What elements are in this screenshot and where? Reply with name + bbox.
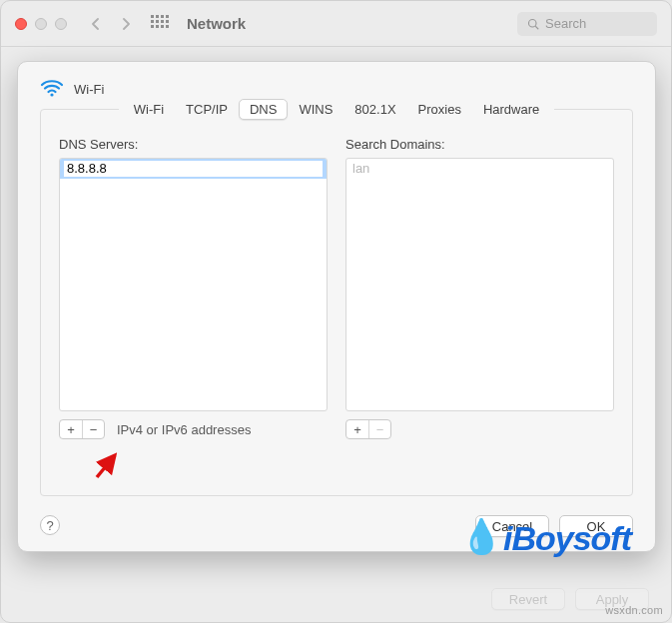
tab-tcpip[interactable]: TCP/IP [175,99,239,120]
dns-remove-button[interactable]: − [82,420,104,438]
svg-point-2 [50,93,53,96]
search-field[interactable]: Search [517,12,657,36]
network-advanced-sheet: Wi-Fi Wi-Fi TCP/IP DNS WINS 802.1X Proxi… [17,61,656,552]
dns-footer-hint: IPv4 or IPv6 addresses [117,422,251,437]
window-controls [15,18,67,30]
tab-proxies[interactable]: Proxies [407,99,472,120]
tab-bar: Wi-Fi TCP/IP DNS WINS 802.1X Proxies Har… [119,99,555,120]
tab-wins[interactable]: WINS [288,99,343,120]
search-domain-row[interactable]: lan [346,159,613,179]
dns-server-input[interactable] [64,161,323,177]
minimize-window-button[interactable] [35,18,47,30]
help-button[interactable]: ? [40,515,60,535]
search-domains-label: Search Domains: [345,137,614,152]
search-icon [527,18,539,30]
sheet-title: Wi-Fi [74,82,104,97]
dns-servers-list[interactable] [59,158,328,411]
system-preferences-window: Network Search Wi-Fi Wi-Fi TCP/IP DNS WI… [0,0,672,623]
source-label: wsxdn.com [605,604,663,616]
tab-8021x[interactable]: 802.1X [343,99,406,120]
dns-add-button[interactable]: + [60,420,82,438]
dns-servers-label: DNS Servers: [59,137,328,152]
dns-add-remove-group: + − [59,419,105,439]
svg-line-3 [97,455,115,477]
search-domains-list[interactable]: lan [345,158,614,411]
domains-remove-button[interactable]: − [368,420,390,438]
domains-add-remove-group: + − [345,419,391,439]
tab-hardware[interactable]: Hardware [472,99,550,120]
forward-button[interactable] [115,13,137,35]
domains-add-button[interactable]: + [346,420,368,438]
close-window-button[interactable] [15,18,27,30]
svg-line-1 [535,26,538,29]
search-placeholder: Search [545,16,586,31]
annotation-arrow-icon [91,447,125,481]
back-button[interactable] [85,13,107,35]
titlebar: Network Search [1,1,671,47]
inner-pane: Wi-Fi TCP/IP DNS WINS 802.1X Proxies Har… [40,109,633,496]
tab-wifi[interactable]: Wi-Fi [123,99,175,120]
zoom-window-button[interactable] [55,18,67,30]
dns-server-row-editing[interactable] [60,159,327,179]
dns-servers-column: DNS Servers: + − IPv4 or IPv6 addresses [59,137,328,439]
svg-point-0 [529,19,537,27]
revert-button[interactable]: Revert [491,588,565,610]
ok-button[interactable]: OK [559,515,633,537]
search-domains-column: Search Domains: lan + − [345,137,614,439]
cancel-button[interactable]: Cancel [475,515,549,537]
window-title: Network [187,15,246,32]
show-all-prefs-icon[interactable] [151,15,169,33]
tab-dns[interactable]: DNS [239,99,288,120]
